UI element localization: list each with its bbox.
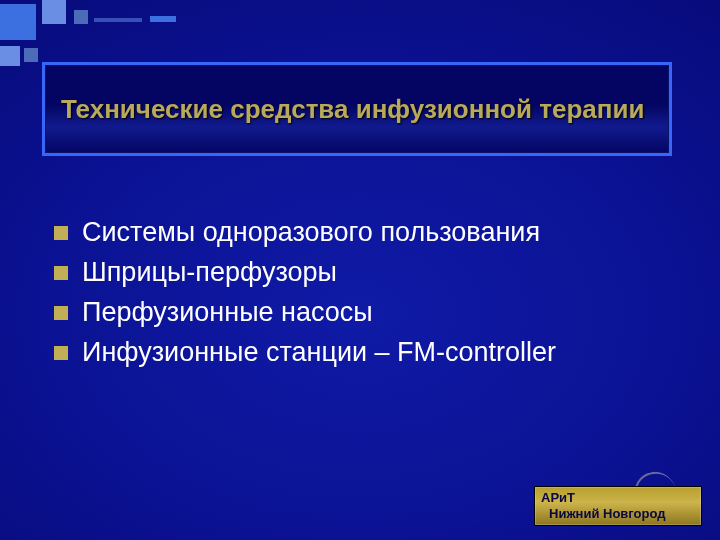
list-item: Инфузионные станции – FM-controller	[54, 334, 680, 370]
title-box: Технические средства инфузионной терапии	[42, 62, 672, 156]
slide: Технические средства инфузионной терапии…	[0, 0, 720, 540]
footer-line2: Нижний Новгород	[541, 506, 695, 522]
bullet-icon	[54, 346, 68, 360]
bullet-text: Инфузионные станции – FM-controller	[82, 334, 556, 370]
slide-title: Технические средства инфузионной терапии	[61, 94, 644, 125]
list-item: Перфузионные насосы	[54, 294, 680, 330]
bullet-icon	[54, 266, 68, 280]
deco-square	[0, 4, 36, 40]
bullet-text: Системы одноразового пользования	[82, 214, 540, 250]
bullet-text: Перфузионные насосы	[82, 294, 373, 330]
list-item: Системы одноразового пользования	[54, 214, 680, 250]
deco-square	[74, 10, 88, 24]
bullet-list: Системы одноразового пользования Шприцы-…	[54, 214, 680, 374]
bullet-icon	[54, 226, 68, 240]
deco-square	[24, 48, 38, 62]
deco-line	[94, 18, 142, 22]
bullet-icon	[54, 306, 68, 320]
deco-square	[0, 46, 20, 66]
footer-line1: АРиТ	[541, 490, 695, 506]
bullet-text: Шприцы-перфузоры	[82, 254, 337, 290]
list-item: Шприцы-перфузоры	[54, 254, 680, 290]
footer-badge: АРиТ Нижний Новгород	[534, 486, 702, 526]
deco-square	[150, 16, 176, 22]
deco-square	[42, 0, 66, 24]
